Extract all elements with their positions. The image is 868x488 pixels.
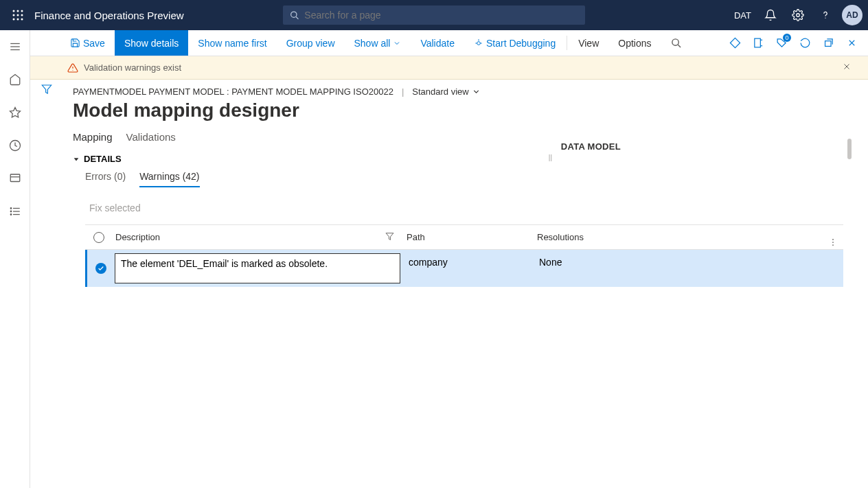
grid-header-row: Description Path Resolutions [85, 225, 843, 250]
options-button[interactable]: Options [608, 30, 661, 56]
close-icon [847, 38, 857, 48]
svg-point-24 [10, 208, 12, 209]
tab-validations[interactable]: Validations [126, 131, 176, 144]
top-header: Finance and Operations Preview DAT AD [0, 0, 868, 30]
settings-button[interactable] [787, 4, 809, 26]
tab-mapping[interactable]: Mapping [73, 131, 113, 144]
bell-icon [764, 9, 777, 21]
cell-path[interactable]: company [403, 250, 534, 287]
hamburger-icon [9, 40, 21, 53]
svg-marker-45 [74, 158, 79, 161]
list-icon [9, 205, 21, 218]
svg-point-0 [13, 10, 15, 12]
save-icon [70, 38, 80, 48]
svg-rect-34 [754, 38, 760, 47]
company-label[interactable]: DAT [734, 10, 751, 21]
app-launcher-button[interactable] [5, 3, 30, 27]
column-resolutions[interactable]: Resolutions [532, 232, 843, 242]
chevron-down-icon [472, 87, 481, 96]
svg-point-8 [21, 19, 23, 21]
view-button[interactable]: View [569, 30, 608, 56]
column-filter-button[interactable] [385, 232, 394, 243]
grid-row[interactable]: The element 'DEL_Email' is marked as obs… [85, 250, 843, 287]
data-model-heading: DATA MODEL [561, 141, 621, 152]
cell-description[interactable]: The element 'DEL_Email' is marked as obs… [115, 253, 400, 283]
left-nav-rail [0, 30, 30, 488]
nav-modules-button[interactable] [3, 199, 27, 224]
app-title: Finance and Operations Preview [34, 10, 184, 21]
row-selector[interactable] [87, 250, 115, 287]
fix-selected-button[interactable]: Fix selected [89, 202, 868, 213]
save-button[interactable]: Save [60, 30, 115, 56]
refresh-button[interactable] [794, 32, 816, 54]
svg-point-6 [13, 19, 15, 21]
svg-point-7 [17, 19, 19, 21]
svg-point-41 [72, 69, 73, 70]
attach-button[interactable] [724, 32, 746, 54]
group-view-button[interactable]: Group view [277, 30, 345, 56]
svg-line-32 [678, 45, 681, 47]
breadcrumb-path: PAYMENTMODEL PAYMENT MODEL : PAYMENT MOD… [73, 86, 393, 97]
record-button[interactable]: 0 [770, 32, 792, 54]
action-search-button[interactable] [661, 30, 691, 56]
refresh-icon [799, 37, 811, 49]
nav-favorites-button[interactable] [3, 100, 27, 125]
view-picker[interactable]: Standard view [412, 86, 480, 97]
nav-home-button[interactable] [3, 67, 27, 92]
svg-point-49 [832, 244, 834, 246]
svg-point-3 [13, 14, 15, 16]
search-box[interactable] [283, 5, 585, 25]
filter-icon [41, 84, 52, 95]
show-name-first-button[interactable]: Show name first [188, 30, 276, 56]
scrollbar-thumb[interactable] [847, 139, 852, 159]
clock-icon [9, 139, 21, 152]
column-description[interactable]: Description [113, 232, 401, 242]
nav-recent-button[interactable] [3, 133, 27, 158]
search-input[interactable] [304, 10, 578, 21]
attach-icon [729, 37, 741, 49]
grid-menu-button[interactable] [828, 237, 838, 249]
chevron-down-icon [393, 39, 401, 47]
svg-point-1 [17, 10, 19, 12]
select-all-header[interactable] [85, 232, 113, 243]
column-path[interactable]: Path [401, 232, 532, 242]
start-debugging-button[interactable]: Start Debugging [464, 30, 565, 56]
svg-marker-33 [730, 38, 740, 47]
validate-button[interactable]: Validate [411, 30, 464, 56]
svg-point-25 [10, 211, 12, 212]
show-details-button[interactable]: Show details [115, 30, 188, 56]
user-avatar[interactable]: AD [842, 5, 863, 25]
notifications-button[interactable] [760, 4, 781, 26]
banner-text: Validation warnings exist [84, 62, 181, 73]
close-page-button[interactable] [841, 32, 863, 54]
home-icon [9, 73, 21, 86]
svg-point-4 [17, 14, 19, 16]
show-all-button[interactable]: Show all [345, 30, 411, 56]
svg-marker-17 [10, 108, 20, 117]
warnings-grid: Description Path Resolutions [85, 224, 843, 287]
action-bar: Save Show details Show name first Group … [30, 30, 868, 56]
page-title: Model mapping designer [73, 100, 868, 121]
cell-resolutions[interactable]: None [534, 250, 843, 287]
details-section-toggle[interactable]: DETAILS [73, 154, 868, 164]
splitter-handle[interactable]: || [549, 154, 552, 161]
svg-point-31 [672, 39, 678, 45]
workspace-icon [9, 172, 21, 185]
banner-close-button[interactable] [839, 59, 860, 76]
separator: | [402, 86, 404, 97]
nav-hamburger-button[interactable] [3, 34, 27, 59]
office-icon [753, 37, 764, 49]
svg-point-47 [832, 239, 834, 240]
popout-button[interactable] [817, 32, 839, 54]
svg-marker-46 [386, 233, 393, 240]
nav-workspaces-button[interactable] [3, 166, 27, 191]
filter-pane-button[interactable] [41, 84, 52, 97]
row-selected-icon [95, 263, 106, 274]
subtab-errors[interactable]: Errors (0) [85, 171, 126, 187]
help-button[interactable] [814, 4, 836, 26]
divider [567, 36, 567, 50]
office-button[interactable] [747, 32, 769, 54]
svg-rect-37 [825, 41, 831, 47]
subtab-warnings[interactable]: Warnings (42) [139, 171, 199, 187]
caret-down-icon [73, 156, 80, 163]
